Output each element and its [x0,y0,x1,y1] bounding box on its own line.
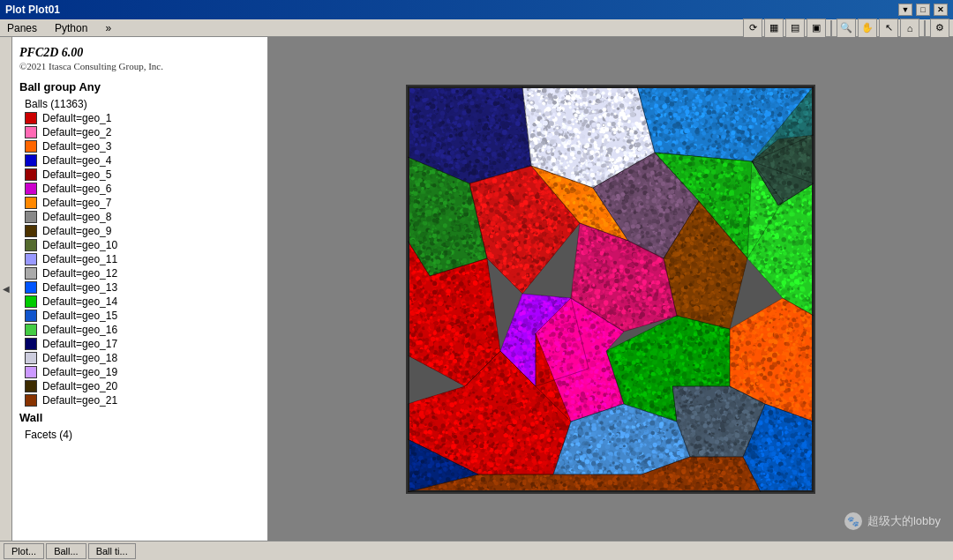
toolbar-icon-1[interactable]: ⟳ [743,19,762,38]
legend-color-swatch [25,239,37,251]
legend-color-swatch [25,380,37,392]
legend-item: Default=geo_19 [12,365,267,379]
toolbar-icon-3[interactable]: ▤ [785,19,805,38]
legend-color-swatch [25,112,37,124]
watermark-text: 超级大的lobby [867,513,941,529]
legend-color-swatch [25,211,37,223]
legend-item: Default=geo_20 [12,379,267,393]
legend-item: Default=geo_5 [12,168,267,182]
legend-item: Default=geo_4 [12,153,267,168]
legend-item-label: Default=geo_21 [42,394,117,407]
legend-color-swatch [25,253,37,265]
legend-item: Default=geo_9 [12,224,267,238]
legend-item-label: Default=geo_8 [42,211,111,223]
status-btn-ball[interactable]: Ball... [46,543,86,559]
legend-section-title: Ball group Any [12,77,267,97]
window-controls: ▼ □ ✕ [898,4,948,16]
legend-item-label: Default=geo_15 [42,310,117,322]
legend-color-swatch [25,366,37,378]
legend-item-label: Default=geo_12 [42,267,117,280]
dropdown-btn[interactable]: ▼ [898,4,912,16]
app-subtitle: ©2021 Itasca Consulting Group, Inc. [12,60,267,77]
toolbar-icon-9[interactable]: ⚙ [930,19,949,38]
pfc-plot-canvas[interactable] [406,85,815,494]
legend-color-swatch [25,394,37,407]
legend-color-swatch [25,310,37,322]
legend-item: Default=geo_21 [12,393,267,407]
legend-item-label: Default=geo_13 [42,281,117,294]
legend-item-label: Default=geo_18 [42,352,117,364]
toolbar-sep-2 [924,20,926,36]
watermark-icon: 🐾 [844,512,862,530]
legend-item-label: Default=geo_19 [42,366,117,378]
legend-item: Default=geo_12 [12,266,267,280]
legend-item-label: Default=geo_17 [42,338,117,350]
menu-more[interactable]: » [101,21,115,35]
wall-sub-title: Facets (4) [12,428,267,442]
app-title: PFC2D 6.00 [12,42,267,60]
legend-item-label: Default=geo_14 [42,295,117,308]
legend-item-label: Default=geo_3 [42,140,111,153]
legend-list: Default=geo_1Default=geo_2Default=geo_3D… [12,111,267,407]
legend-item-label: Default=geo_20 [42,380,117,392]
legend-item-label: Default=geo_7 [42,197,111,209]
toolbar-icon-2[interactable]: ▦ [764,19,784,38]
main-area: ◀ PFC2D 6.00 ©2021 Itasca Consulting Gro… [0,37,953,541]
sidebar-collapse-btn[interactable]: ◀ [0,37,12,541]
legend-item-label: Default=geo_10 [42,239,117,251]
legend-color-swatch [25,295,37,308]
legend-item-label: Default=geo_4 [42,154,111,167]
legend-color-swatch [25,267,37,280]
legend-item: Default=geo_17 [12,337,267,351]
legend-item: Default=geo_11 [12,252,267,266]
legend-item: Default=geo_7 [12,196,267,210]
legend-item-label: Default=geo_5 [42,168,111,181]
legend-item: Default=geo_6 [12,182,267,196]
legend-color-swatch [25,197,37,209]
legend-color-swatch [25,154,37,167]
legend-item-label: Default=geo_11 [42,253,117,265]
legend-item-label: Default=geo_9 [42,225,111,237]
legend-item: Default=geo_1 [12,111,267,125]
legend-item: Default=geo_2 [12,125,267,139]
legend-color-swatch [25,352,37,364]
toolbar-sep-1 [830,20,832,36]
status-btn-ballti[interactable]: Ball ti... [88,543,136,559]
toolbar-icon-7[interactable]: ↖ [879,19,898,38]
legend-item-label: Default=geo_16 [42,324,117,336]
legend-item: Default=geo_3 [12,139,267,153]
legend-color-swatch [25,324,37,336]
legend-color-swatch [25,168,37,181]
legend-item: Default=geo_14 [12,295,267,309]
legend-item: Default=geo_15 [12,309,267,323]
toolbar-icon-6[interactable]: ✋ [858,19,877,38]
menu-bar: Panes Python » ⟳ ▦ ▤ ▣ 🔍 ✋ ↖ ⌂ ⚙ [0,19,953,37]
legend-item: Default=geo_10 [12,238,267,252]
canvas-container [406,85,815,494]
legend-item-label: Default=geo_6 [42,183,111,195]
collapse-arrow-icon: ◀ [3,284,10,294]
toolbar-icon-8[interactable]: ⌂ [900,19,919,38]
watermark: 🐾 超级大的lobby [844,512,941,530]
legend-sub-title: Balls (11363) [12,97,267,111]
toolbar-icon-5[interactable]: 🔍 [837,19,856,38]
restore-btn[interactable]: □ [916,4,930,16]
legend-color-swatch [25,183,37,195]
legend-color-swatch [25,140,37,153]
plot-area[interactable]: 🐾 超级大的lobby [268,37,953,541]
legend-color-swatch [25,281,37,294]
window-title: Plot Plot01 [5,4,60,16]
status-btn-plot[interactable]: Plot... [4,543,44,559]
menu-panes[interactable]: Panes [4,21,41,35]
legend-item: Default=geo_8 [12,210,267,224]
menu-python[interactable]: Python [51,21,91,35]
legend-color-swatch [25,126,37,138]
toolbar-icon-4[interactable]: ▣ [807,19,826,38]
legend-item: Default=geo_13 [12,280,267,295]
legend-item-label: Default=geo_1 [42,112,111,124]
legend-item: Default=geo_18 [12,351,267,365]
main-window: Plot Plot01 ▼ □ ✕ Panes Python » ⟳ ▦ ▤ ▣… [0,0,953,560]
close-btn[interactable]: ✕ [934,4,948,16]
legend-item-label: Default=geo_2 [42,126,111,138]
wall-section-title: Wall [12,407,267,428]
